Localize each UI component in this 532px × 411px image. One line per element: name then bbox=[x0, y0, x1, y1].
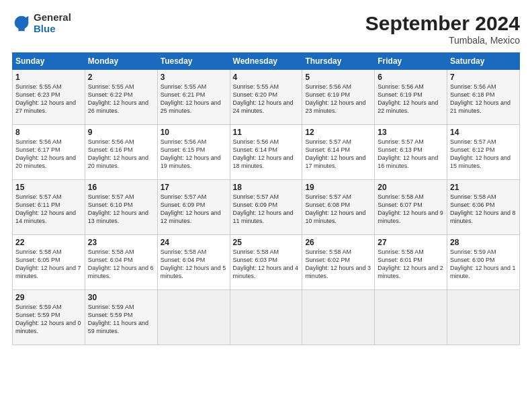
table-row: 27 Sunrise: 5:58 AMSunset: 6:01 PMDaylig… bbox=[375, 235, 447, 290]
table-row: 24 Sunrise: 5:58 AMSunset: 6:04 PMDaylig… bbox=[157, 235, 230, 290]
table-row: 21 Sunrise: 5:58 AMSunset: 6:06 PMDaylig… bbox=[447, 180, 520, 235]
col-sunday: Sunday bbox=[13, 53, 85, 70]
table-row: 17 Sunrise: 5:57 AMSunset: 6:09 PMDaylig… bbox=[157, 180, 230, 235]
empty-cell bbox=[230, 290, 302, 345]
table-row: 23 Sunrise: 5:58 AMSunset: 6:04 PMDaylig… bbox=[85, 235, 157, 290]
table-row: 30 Sunrise: 5:59 AMSunset: 5:59 PMDaylig… bbox=[85, 290, 157, 345]
calendar-page: General Blue September 2024 Tumbala, Mex… bbox=[0, 0, 532, 411]
table-row: 28 Sunrise: 5:59 AMSunset: 6:00 PMDaylig… bbox=[447, 235, 520, 290]
calendar-row: 15 Sunrise: 5:57 AMSunset: 6:11 PMDaylig… bbox=[13, 180, 520, 235]
logo-icon bbox=[12, 14, 31, 33]
table-row: 5 Sunrise: 5:56 AMSunset: 6:19 PMDayligh… bbox=[302, 70, 375, 125]
table-row: 12 Sunrise: 5:57 AMSunset: 6:14 PMDaylig… bbox=[302, 125, 375, 180]
calendar-row: 1 Sunrise: 5:55 AMSunset: 6:23 PMDayligh… bbox=[13, 70, 520, 125]
location-subtitle: Tumbala, Mexico bbox=[365, 35, 520, 46]
col-thursday: Thursday bbox=[302, 53, 375, 70]
empty-cell bbox=[157, 290, 230, 345]
table-row: 14 Sunrise: 5:57 AMSunset: 6:12 PMDaylig… bbox=[447, 125, 520, 180]
logo: General Blue bbox=[12, 12, 71, 34]
empty-cell bbox=[375, 290, 447, 345]
table-row: 13 Sunrise: 5:57 AMSunset: 6:13 PMDaylig… bbox=[375, 125, 447, 180]
calendar-row: 29 Sunrise: 5:59 AMSunset: 5:59 PMDaylig… bbox=[13, 290, 520, 345]
table-row: 2 Sunrise: 5:55 AMSunset: 6:22 PMDayligh… bbox=[85, 70, 157, 125]
calendar-header-row: Sunday Monday Tuesday Wednesday Thursday… bbox=[13, 53, 520, 70]
table-row: 4 Sunrise: 5:55 AMSunset: 6:20 PMDayligh… bbox=[230, 70, 302, 125]
month-title: September 2024 bbox=[365, 12, 520, 35]
table-row: 15 Sunrise: 5:57 AMSunset: 6:11 PMDaylig… bbox=[13, 180, 85, 235]
table-row: 26 Sunrise: 5:58 AMSunset: 6:02 PMDaylig… bbox=[302, 235, 375, 290]
table-row: 25 Sunrise: 5:58 AMSunset: 6:03 PMDaylig… bbox=[230, 235, 302, 290]
table-row: 10 Sunrise: 5:56 AMSunset: 6:15 PMDaylig… bbox=[157, 125, 230, 180]
table-row: 6 Sunrise: 5:56 AMSunset: 6:19 PMDayligh… bbox=[375, 70, 447, 125]
empty-cell bbox=[302, 290, 375, 345]
table-row: 3 Sunrise: 5:55 AMSunset: 6:21 PMDayligh… bbox=[157, 70, 230, 125]
col-wednesday: Wednesday bbox=[230, 53, 302, 70]
logo-blue: Blue bbox=[34, 24, 71, 35]
col-tuesday: Tuesday bbox=[157, 53, 230, 70]
col-friday: Friday bbox=[375, 53, 447, 70]
table-row: 9 Sunrise: 5:56 AMSunset: 6:16 PMDayligh… bbox=[85, 125, 157, 180]
title-block: September 2024 Tumbala, Mexico bbox=[365, 12, 520, 46]
table-row: 8 Sunrise: 5:56 AMSunset: 6:17 PMDayligh… bbox=[13, 125, 85, 180]
table-row: 20 Sunrise: 5:58 AMSunset: 6:07 PMDaylig… bbox=[375, 180, 447, 235]
col-saturday: Saturday bbox=[447, 53, 520, 70]
logo-text: General Blue bbox=[34, 12, 71, 34]
col-monday: Monday bbox=[85, 53, 157, 70]
table-row: 18 Sunrise: 5:57 AMSunset: 6:09 PMDaylig… bbox=[230, 180, 302, 235]
empty-cell bbox=[447, 290, 520, 345]
calendar-table: Sunday Monday Tuesday Wednesday Thursday… bbox=[12, 52, 520, 345]
table-row: 16 Sunrise: 5:57 AMSunset: 6:10 PMDaylig… bbox=[85, 180, 157, 235]
table-row: 1 Sunrise: 5:55 AMSunset: 6:23 PMDayligh… bbox=[13, 70, 85, 125]
table-row: 11 Sunrise: 5:56 AMSunset: 6:14 PMDaylig… bbox=[230, 125, 302, 180]
table-row: 19 Sunrise: 5:57 AMSunset: 6:08 PMDaylig… bbox=[302, 180, 375, 235]
header: General Blue September 2024 Tumbala, Mex… bbox=[12, 12, 520, 46]
calendar-row: 8 Sunrise: 5:56 AMSunset: 6:17 PMDayligh… bbox=[13, 125, 520, 180]
table-row: 29 Sunrise: 5:59 AMSunset: 5:59 PMDaylig… bbox=[13, 290, 85, 345]
logo-general: General bbox=[34, 12, 71, 24]
table-row: 7 Sunrise: 5:56 AMSunset: 6:18 PMDayligh… bbox=[447, 70, 520, 125]
calendar-row: 22 Sunrise: 5:58 AMSunset: 6:05 PMDaylig… bbox=[13, 235, 520, 290]
table-row: 22 Sunrise: 5:58 AMSunset: 6:05 PMDaylig… bbox=[13, 235, 85, 290]
